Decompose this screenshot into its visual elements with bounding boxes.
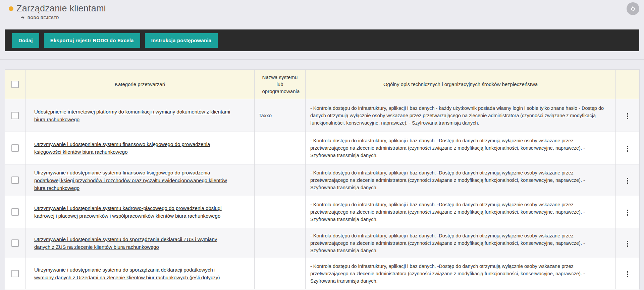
row-menu-kebab-icon[interactable] <box>624 239 631 249</box>
row-checkbox[interactable] <box>11 270 19 277</box>
security-description: - Kontrola dostępu do infrastruktury, ap… <box>306 228 616 258</box>
category-link[interactable]: Utrzymywanie i udostępnianie systemu do … <box>34 236 217 250</box>
breadcrumb-label: RODO REJESTR <box>28 16 59 20</box>
table-row: Utrzymywanie i udostępnianie systemu do … <box>5 228 640 258</box>
table-row: Utrzymywanie i udostępnianie systemu do … <box>5 258 640 289</box>
system-name <box>255 196 306 228</box>
system-name <box>255 258 306 289</box>
category-link[interactable]: Udostępnienie internetowej platformy do … <box>34 109 230 122</box>
status-dot-icon <box>9 6 13 11</box>
row-menu-kebab-icon[interactable] <box>624 111 631 121</box>
instructions-button[interactable]: Instrukcja postępowania <box>145 33 218 48</box>
column-header-system: Nazwa systemu lub oprogramowania <box>255 70 306 99</box>
column-header-actions <box>616 70 640 99</box>
security-description: - Kontrola dostępu do infrastruktury, ap… <box>306 99 616 132</box>
category-link[interactable]: Utrzymywanie i udostępnianie systemu fin… <box>34 141 210 155</box>
section-divider <box>0 59 644 60</box>
security-description: - Kontrola dostępu do infrastruktury, ap… <box>306 164 616 196</box>
row-checkbox[interactable] <box>11 176 19 184</box>
row-checkbox[interactable] <box>11 208 19 216</box>
refresh-button[interactable] <box>627 2 639 15</box>
row-menu-kebab-icon[interactable] <box>624 208 631 218</box>
security-description: - Kontrola dostępu do infrastruktury, ap… <box>306 132 616 164</box>
category-link[interactable]: Utrzymywanie i udostępnianie systemu kad… <box>34 205 222 219</box>
export-rodo-excel-button[interactable]: Eksportuj rejestr RODO do Excela <box>44 33 140 48</box>
row-checkbox[interactable] <box>11 144 19 152</box>
table-row: Utrzymywanie i udostępnianie systemu kad… <box>5 196 640 228</box>
toolbar: Dodaj Eksportuj rejestr RODO do Excela I… <box>5 29 639 51</box>
system-name <box>255 228 306 258</box>
table-row: Utrzymywanie i udostępnianie systemu fin… <box>5 164 640 196</box>
table-header-row: Kategorie przetwarzań Nazwa systemu lub … <box>5 70 640 99</box>
refresh-icon <box>629 5 637 12</box>
page-header: Zarządzanie klientami RODO REJESTR <box>0 0 644 29</box>
add-button[interactable]: Dodaj <box>12 33 39 48</box>
select-all-checkbox[interactable] <box>11 81 19 88</box>
table-row: Utrzymywanie i udostępnianie systemu fin… <box>5 132 640 164</box>
system-name: Taxxo <box>255 99 306 132</box>
system-name <box>255 164 306 196</box>
column-header-category: Kategorie przetwarzań <box>25 70 255 99</box>
column-header-description: Ogólny opis technicznych i organizacyjny… <box>306 70 616 99</box>
table-row: Udostępnienie internetowej platformy do … <box>5 99 640 132</box>
category-link[interactable]: Utrzymywanie i udostępnianie systemu fin… <box>34 170 227 191</box>
rodo-register-table: Kategorie przetwarzań Nazwa systemu lub … <box>5 69 640 289</box>
row-menu-kebab-icon[interactable] <box>624 144 631 154</box>
arrow-forward-icon <box>20 15 25 20</box>
row-menu-kebab-icon[interactable] <box>624 269 631 279</box>
row-checkbox[interactable] <box>11 239 19 247</box>
security-description: - Kontrola dostępu do infrastruktury, ap… <box>306 196 616 228</box>
security-description: - Kontrola dostępu do infrastruktury, ap… <box>306 258 616 289</box>
system-name <box>255 132 306 164</box>
row-menu-kebab-icon[interactable] <box>624 176 631 186</box>
breadcrumb: RODO REJESTR <box>20 15 644 20</box>
category-link[interactable]: Utrzymywanie i udostępnianie systemu do … <box>34 267 220 280</box>
page-title: Zarządzanie klientami <box>16 3 106 14</box>
row-checkbox[interactable] <box>11 112 19 119</box>
